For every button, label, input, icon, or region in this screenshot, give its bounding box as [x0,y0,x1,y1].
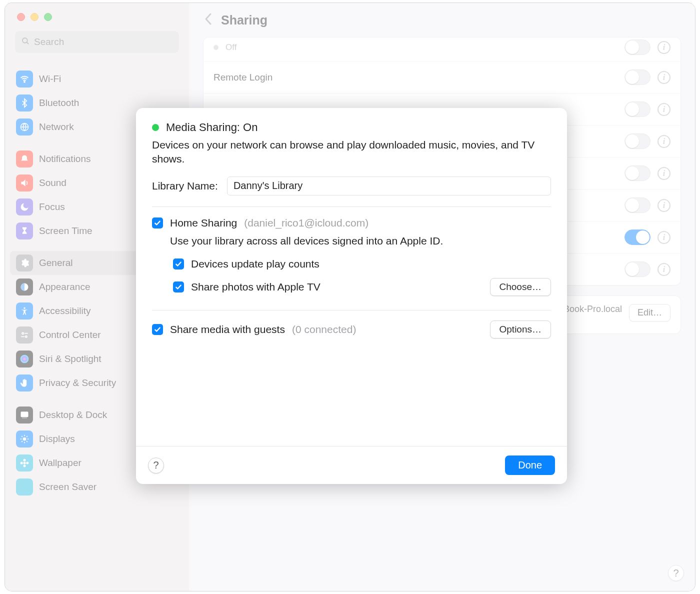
guest-options-button[interactable]: Options… [490,320,551,338]
edit-hostname-button[interactable]: Edit… [629,304,670,322]
sidebar-item-label: Desktop & Dock [39,410,107,420]
toggle[interactable] [624,134,650,149]
info-icon[interactable]: i [658,263,670,276]
svg-point-24 [24,464,26,467]
sidebar-item-wi-fi[interactable]: Wi-Fi [10,67,184,91]
off-label: Off [226,42,236,52]
sidebar-item-label: Wi-Fi [39,74,61,84]
sidebar-item-label: Accessibility [39,306,90,316]
svg-line-20 [22,441,22,442]
done-button[interactable]: Done [505,456,555,475]
hourglass-icon [16,222,33,240]
sidebar-item-label: General [39,258,73,268]
sidebar-item-label: Wallpaper [39,458,82,468]
sidebar-item-label: Screen Time [39,226,92,236]
toggle[interactable] [624,230,650,245]
info-icon[interactable]: i [658,135,670,148]
svg-line-1 [26,42,28,44]
info-icon[interactable]: i [658,199,670,212]
info-icon[interactable]: i [658,71,670,84]
sidebar-item-label: Sound [39,178,66,188]
sheet-help-button[interactable]: ? [148,458,164,474]
sun-icon [16,430,33,448]
sidebar-item-label: Privacy & Security [39,378,116,388]
sidebar-item-label: Displays [39,434,75,444]
sound-icon [16,174,33,192]
cc-icon [16,326,33,344]
toggle[interactable] [624,262,650,277]
main-header: Sharing [189,3,695,32]
info-icon[interactable]: i [658,41,670,54]
sidebar-item-label: Focus [39,202,65,212]
svg-line-19 [26,441,28,442]
info-icon[interactable]: i [658,231,670,244]
dock-icon [16,406,33,424]
svg-rect-11 [21,412,28,417]
sheet-title: Media Sharing: On [166,121,258,134]
moon-icon [16,198,33,216]
help-button[interactable]: ? [668,565,684,581]
hand-icon [16,374,33,392]
back-button[interactable] [204,12,213,28]
flower-icon [16,454,33,472]
svg-point-0 [22,38,28,43]
acc-icon [16,302,33,320]
window-controls [5,3,189,27]
share-photos-apple-tv-checkbox[interactable] [173,282,184,292]
sidebar-item-label: Screen Saver [39,482,96,492]
info-icon[interactable]: i [658,167,670,180]
svg-point-26 [26,462,28,464]
bt-icon [16,94,33,112]
toggle[interactable] [624,166,650,181]
sharing-row-prev: Off i [204,38,680,62]
share-media-guests-checkbox[interactable] [152,324,163,335]
bell-icon [16,150,33,168]
toggle-remote-login[interactable] [624,70,650,85]
home-sharing-account: (daniel_rico1@icloud.com) [244,217,368,229]
guests-connected-count: (0 connected) [292,324,356,336]
media-sharing-sheet: Media Sharing: On Devices on your networ… [136,108,567,484]
toggle[interactable] [624,198,650,213]
share-media-guests-label: Share media with guests [170,324,285,336]
status-indicator-off [214,45,218,50]
svg-point-10 [20,355,29,364]
sidebar-item-label: Control Center [39,330,101,340]
gear-icon [16,254,33,272]
library-name-label: Library Name: [152,180,218,192]
svg-point-2 [24,82,25,82]
svg-line-18 [22,436,22,437]
svg-point-23 [24,459,26,462]
home-sharing-desc: Use your library across all devices sign… [170,235,551,247]
svg-rect-12 [22,418,27,418]
library-name-input[interactable] [227,176,551,196]
sheet-description: Devices on your network can browse and p… [152,138,551,166]
zoom-window-button[interactable] [44,13,52,21]
devices-update-play-counts-checkbox[interactable] [173,258,184,270]
sidebar-item-label: Network [39,122,74,132]
svg-point-22 [24,462,26,464]
sharing-row-remote-login: Remote Login i [204,62,680,94]
svg-point-8 [26,336,27,338]
svg-point-13 [23,438,26,441]
toggle[interactable] [624,40,650,55]
sidebar-item-label: Bluetooth [39,98,79,108]
sidebar-item-label: Appearance [39,282,90,292]
toggle[interactable] [624,102,650,117]
info-icon[interactable]: i [658,103,670,116]
page-title: Sharing [221,13,268,28]
search-input[interactable] [34,36,173,48]
wifi-icon [16,70,33,88]
devices-update-play-counts-label: Devices update play counts [191,258,320,270]
svg-point-6 [22,332,24,334]
close-window-button[interactable] [17,13,25,21]
home-sharing-checkbox[interactable] [152,218,163,228]
share-photos-apple-tv-label: Share photos with Apple TV [191,281,320,293]
globe-icon [16,118,33,136]
minimize-window-button[interactable] [30,13,38,21]
row-label: Remote Login [214,72,272,83]
svg-line-21 [26,436,28,437]
choose-photos-button[interactable]: Choose… [490,278,552,296]
search-field[interactable] [15,31,179,53]
sidebar-item-label: Siri & Spotlight [39,354,102,364]
app-icon [16,478,33,496]
